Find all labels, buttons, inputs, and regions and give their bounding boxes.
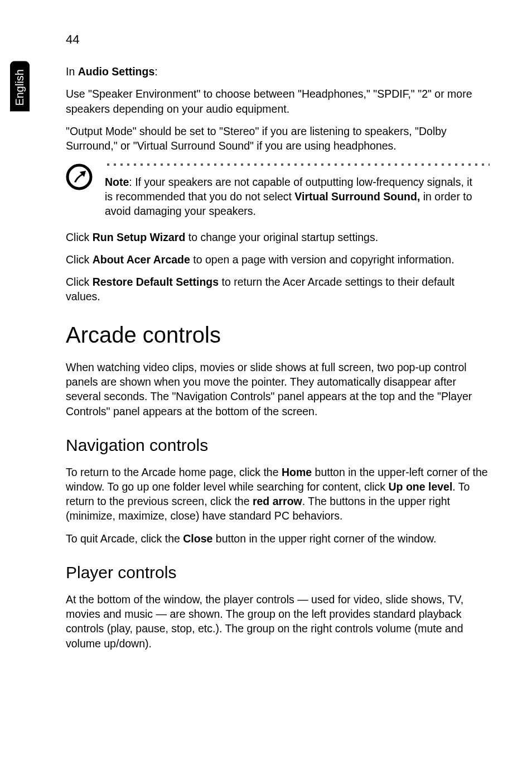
text: In xyxy=(66,65,78,78)
text: Click xyxy=(66,231,93,243)
text: Home xyxy=(282,466,312,478)
note-body: Note: If your speakers are not capable o… xyxy=(105,162,490,219)
paragraph: "Output Mode" should be set to "Stereo" … xyxy=(66,124,490,153)
text: to change your original startup settings… xyxy=(185,231,378,243)
paragraph: To quit Arcade, click the Close button i… xyxy=(66,531,490,546)
text: Run Setup Wizard xyxy=(93,231,186,243)
text: To return to the Arcade home page, click… xyxy=(66,466,282,478)
text: button in the upper right corner of the … xyxy=(212,532,436,545)
text: Virtual Surround Sound, xyxy=(294,190,420,203)
text: Up one level xyxy=(388,480,452,493)
player-controls-heading: Player controls xyxy=(66,561,490,584)
text: to open a page with version and copyrigh… xyxy=(190,253,454,266)
page-content: In Audio Settings: Use "Speaker Environm… xyxy=(66,64,490,659)
dotted-rule xyxy=(105,162,490,167)
navigation-controls-heading: Navigation controls xyxy=(66,434,490,457)
language-tab: English xyxy=(10,61,30,112)
paragraph: When watching video clips, movies or sli… xyxy=(66,360,490,419)
text: Close xyxy=(183,532,212,545)
audio-settings-label: Audio Settings xyxy=(78,65,155,78)
note-icon xyxy=(66,164,93,194)
arcade-controls-heading: Arcade controls xyxy=(66,320,490,350)
note-block: Note: If your speakers are not capable o… xyxy=(66,162,490,219)
note-label: Note xyxy=(105,176,129,188)
text: Click xyxy=(66,253,93,266)
text: To quit Arcade, click the xyxy=(66,532,183,545)
language-label: English xyxy=(13,69,26,106)
paragraph: Click Run Setup Wizard to change your or… xyxy=(66,230,490,244)
text: About Acer Arcade xyxy=(93,253,190,266)
text: Click xyxy=(66,276,93,288)
paragraph: To return to the Arcade home page, click… xyxy=(66,465,490,523)
text: red arrow xyxy=(253,495,302,507)
paragraph: Use "Speaker Environment" to choose betw… xyxy=(66,87,490,116)
text: : xyxy=(154,65,157,78)
paragraph: Click About Acer Arcade to open a page w… xyxy=(66,252,490,267)
page-number: 44 xyxy=(66,32,79,47)
paragraph: At the bottom of the window, the player … xyxy=(66,592,490,651)
paragraph: Click Restore Default Settings to return… xyxy=(66,275,490,304)
text: Restore Default Settings xyxy=(93,276,219,288)
audio-settings-heading: In Audio Settings: xyxy=(66,64,490,79)
note-text: Note: If your speakers are not capable o… xyxy=(105,175,490,219)
